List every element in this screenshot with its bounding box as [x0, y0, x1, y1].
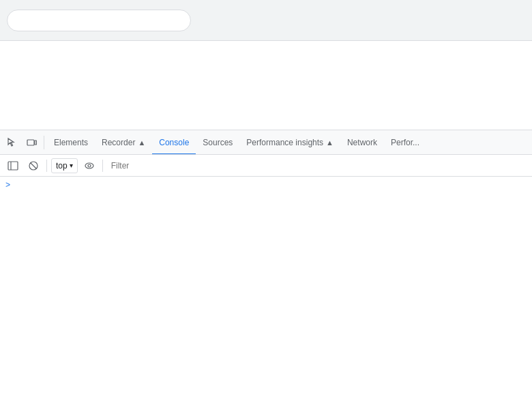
- eye-icon[interactable]: [80, 157, 98, 175]
- filter-input[interactable]: [107, 158, 528, 173]
- svg-rect-2: [8, 162, 18, 170]
- svg-point-7: [88, 164, 91, 167]
- console-toolbar: top ▾: [0, 155, 532, 177]
- recorder-icon: ▲: [138, 138, 145, 147]
- clear-console-icon[interactable]: [25, 157, 42, 175]
- page-content: [0, 41, 532, 130]
- tab-performance-insights[interactable]: Performance insights ▲: [239, 130, 340, 155]
- devtools-tab-bar: Elements Recorder ▲ Console Sources Perf…: [0, 130, 532, 155]
- tab-console[interactable]: Console: [152, 130, 196, 155]
- inspect-element-icon[interactable]: [3, 133, 22, 152]
- chevron-down-icon: ▾: [70, 162, 73, 169]
- sidebar-toggle-icon[interactable]: [4, 157, 22, 175]
- browser-toolbar: [0, 0, 532, 41]
- tab-separator-1: [44, 136, 44, 149]
- tab-recorder[interactable]: Recorder ▲: [95, 130, 152, 155]
- console-prompt-line: >: [0, 179, 532, 192]
- address-bar[interactable]: [7, 10, 191, 31]
- tab-performance[interactable]: Perfor...: [384, 130, 426, 155]
- tab-sources[interactable]: Sources: [196, 130, 239, 155]
- devtools-panel: Elements Recorder ▲ Console Sources Perf…: [0, 130, 532, 412]
- svg-rect-0: [27, 140, 34, 145]
- svg-rect-1: [35, 141, 37, 145]
- prompt-arrow-icon: >: [5, 181, 10, 190]
- performance-insights-icon: ▲: [326, 138, 334, 147]
- svg-point-6: [85, 163, 93, 168]
- tab-elements[interactable]: Elements: [47, 130, 95, 155]
- console-content: >: [0, 177, 532, 412]
- device-toolbar-icon[interactable]: [22, 133, 41, 152]
- tab-network[interactable]: Network: [340, 130, 384, 155]
- svg-line-5: [31, 162, 37, 168]
- context-value: top: [56, 161, 68, 171]
- toolbar-separator-1: [46, 160, 47, 172]
- context-dropdown[interactable]: top ▾: [51, 158, 78, 173]
- toolbar-separator-2: [102, 160, 103, 172]
